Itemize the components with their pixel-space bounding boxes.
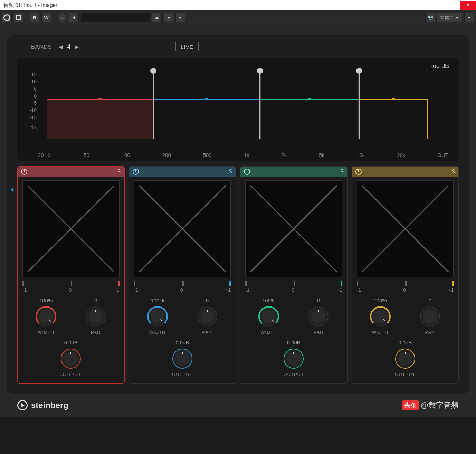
preset-field[interactable] — [81, 13, 150, 22]
read-automation-button[interactable]: R — [30, 13, 39, 22]
band-solo-button[interactable]: S — [117, 169, 121, 175]
output-value: 0.0dB — [64, 340, 78, 346]
svg-rect-8 — [392, 98, 395, 100]
svg-rect-0 — [47, 99, 153, 139]
write-automation-button[interactable]: W — [41, 13, 51, 22]
window-titlebar: 音频 01: Ins. 1 - Imager ✕ — [0, 0, 476, 10]
pan-value: 0 — [94, 297, 97, 303]
band-power-button[interactable] — [244, 169, 250, 175]
preset-next-button[interactable] — [164, 13, 173, 22]
vectorscope[interactable] — [357, 180, 454, 277]
svg-point-16 — [356, 68, 362, 74]
x-axis: 20 Hz 50 100 200 500 1k 2k 5k 10k 20k OU… — [38, 152, 448, 158]
bands-decrement[interactable]: ◀ — [59, 44, 63, 50]
band-solo-button[interactable]: S — [340, 169, 343, 175]
output-db-readout: -oo dB — [431, 63, 449, 70]
plugin-toolbar: R W a 📷 立体声 — [0, 10, 476, 25]
chevron-down-icon — [467, 17, 471, 19]
header-row: BANDS ◀ 4 ▶ LIVE — [17, 42, 459, 51]
pan-knob[interactable] — [307, 305, 330, 328]
output-knob[interactable] — [283, 348, 305, 370]
arrow-up-icon — [155, 17, 159, 19]
channel-config-label: 立体声 — [440, 15, 454, 21]
live-button[interactable]: LIVE — [175, 42, 199, 51]
width-knob[interactable] — [369, 305, 391, 328]
band-solo-button[interactable]: S — [452, 169, 455, 175]
bands-increment[interactable]: ▶ — [75, 44, 79, 50]
arrow-down-icon — [167, 17, 170, 19]
preset-prev-button[interactable] — [152, 13, 162, 22]
brand-logo: steinberg — [17, 400, 68, 410]
pan-knob[interactable] — [196, 305, 218, 328]
output-knob[interactable] — [171, 348, 193, 370]
svg-point-12 — [150, 68, 156, 74]
arrow-left-icon — [73, 16, 75, 19]
svg-rect-6 — [205, 98, 208, 100]
band-4: S -10+1 100%WIDTH 0PAN 0.0dBOUTPUT — [352, 166, 459, 384]
ab-button[interactable]: a — [57, 13, 67, 22]
pan-knob[interactable] — [85, 305, 107, 328]
output-knob[interactable] — [60, 348, 82, 370]
spectrum-display[interactable]: -oo dB 15 10 5 0 -5 -10 -15 dB — [17, 58, 459, 161]
svg-rect-5 — [98, 98, 102, 100]
width-knob[interactable] — [258, 305, 280, 328]
bands-label: BANDS — [31, 44, 52, 50]
svg-point-14 — [257, 68, 263, 74]
preset-menu-button[interactable] — [175, 13, 185, 22]
snapshot-button[interactable]: 📷 — [425, 13, 435, 22]
band-solo-button[interactable]: S — [229, 169, 232, 175]
chevron-down-icon — [456, 17, 459, 19]
y-axis: 15 10 5 0 -5 -10 -15 dB — [22, 72, 37, 130]
play-circle-icon — [17, 400, 28, 410]
width-knob[interactable] — [146, 305, 169, 328]
plugin-body: BANDS ◀ 4 ▶ LIVE -oo dB 15 10 5 0 -5 -10… — [0, 25, 476, 417]
vectorscope[interactable] — [245, 180, 342, 277]
footer: steinberg 头条 @数字音频 — [7, 394, 469, 413]
band-power-button[interactable] — [133, 169, 139, 175]
collapse-toggle[interactable]: ▼ — [10, 187, 15, 193]
band-power-button[interactable] — [355, 169, 362, 175]
band-1: S -10+1 100% WIDTH 0 PAN 0.0dB — [17, 166, 125, 384]
options-menu-button[interactable] — [464, 13, 474, 22]
bypass-button[interactable] — [2, 13, 12, 22]
chevron-down-icon — [179, 17, 182, 19]
bands-count[interactable]: 4 — [67, 43, 70, 50]
width-value: 100% — [39, 297, 53, 303]
pan-knob[interactable] — [419, 305, 441, 328]
compare-button[interactable] — [14, 13, 23, 22]
output-knob[interactable] — [394, 348, 416, 370]
width-knob[interactable] — [35, 305, 57, 328]
window-title: 音频 01: Ins. 1 - Imager — [3, 2, 57, 9]
back-button[interactable] — [69, 13, 79, 22]
spectrum-plot[interactable] — [47, 68, 428, 139]
band-power-button[interactable] — [21, 169, 27, 175]
svg-rect-7 — [308, 98, 311, 100]
bands-container: ▼ S -10+1 100% WIDTH 0 PAN — [17, 166, 459, 384]
watermark: 头条 @数字音频 — [402, 400, 459, 410]
band-2: S -10+1 100%WIDTH 0PAN 0.0dBOUTPUT — [129, 166, 236, 384]
vectorscope[interactable] — [22, 180, 120, 277]
band-3: S -10+1 100%WIDTH 0PAN 0.0dBOUTPUT — [240, 166, 348, 384]
channel-config-dropdown[interactable]: 立体声 — [437, 13, 462, 22]
vectorscope[interactable] — [134, 180, 231, 277]
close-button[interactable]: ✕ — [460, 1, 476, 10]
